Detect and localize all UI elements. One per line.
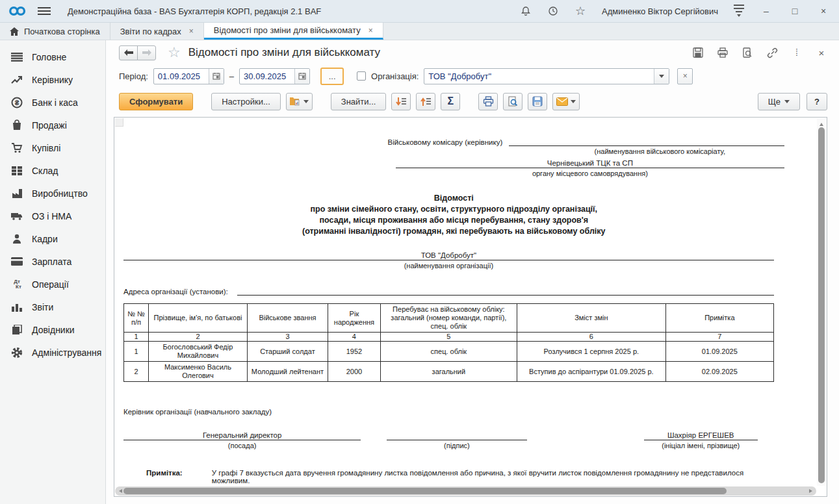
- sidebar-item-label: Виробництво: [32, 188, 88, 199]
- person-icon: [10, 233, 23, 246]
- sort-descending-button[interactable]: [391, 93, 411, 110]
- sidebar-item-label: Продажі: [32, 120, 67, 131]
- generate-button[interactable]: Сформувати: [119, 93, 193, 110]
- home-icon: [10, 27, 19, 36]
- sum-button[interactable]: Σ: [441, 93, 460, 110]
- sidebar-item-hr[interactable]: Кадри: [0, 227, 105, 250]
- tab-home[interactable]: Початкова сторінка: [0, 23, 110, 40]
- tab-close-icon[interactable]: ×: [189, 27, 194, 36]
- signature-name: Шахріяр ЕРГЕШЕВ: [644, 431, 758, 440]
- spreadsheet-corner-cell[interactable]: [115, 118, 123, 127]
- period-to-input[interactable]: [240, 69, 294, 84]
- note-block: Примітка: У графі 7 вказується дата вруч…: [123, 469, 774, 485]
- organization-clear-button[interactable]: ×: [677, 68, 693, 84]
- minimize-button[interactable]: –: [760, 6, 773, 16]
- report-document-area[interactable]: Військовому комісару (керівнику) (наймен…: [114, 117, 827, 497]
- sidebar-item-bank-cash[interactable]: ₴ Банк і каса: [0, 91, 105, 114]
- organization-caption: (найменування організації): [123, 262, 774, 270]
- sidebar-item-label: Купівлі: [32, 143, 60, 153]
- period-choice-button[interactable]: ...: [320, 68, 344, 85]
- sidebar-item-directories[interactable]: Довідники: [0, 318, 105, 341]
- organization-field: [424, 68, 669, 84]
- grid-icon: [10, 164, 23, 177]
- horizontal-scroll-thumb[interactable]: [123, 488, 727, 494]
- main-menu-icon[interactable]: [38, 5, 51, 17]
- period-from-field: [153, 68, 224, 84]
- vertical-scroll-thumb[interactable]: [818, 127, 825, 483]
- organization-label: Організація:: [371, 71, 419, 81]
- hryvnia-coin-icon: ₴: [10, 96, 23, 109]
- sidebar-item-manager[interactable]: Керівнику: [0, 68, 105, 91]
- sidebar-item-production[interactable]: Виробництво: [0, 182, 105, 205]
- close-report-icon[interactable]: ×: [816, 47, 827, 58]
- sidebar-item-purchases[interactable]: Купівлі: [0, 136, 105, 159]
- favorites-star-icon[interactable]: ☆: [574, 5, 586, 17]
- send-email-button[interactable]: [552, 93, 580, 110]
- back-button[interactable]: [119, 45, 138, 60]
- sidebar-item-main[interactable]: Головне: [0, 45, 105, 68]
- sidebar: Головне Керівнику ₴ Банк і каса Продажі …: [0, 40, 106, 504]
- sidebar-item-label: Склад: [32, 166, 58, 176]
- more-actions-icon[interactable]: ⁞: [791, 47, 803, 58]
- tab-military-report[interactable]: Відомості про зміни для військкомату ×: [204, 23, 383, 40]
- tab-hr-reports[interactable]: Звіти по кадрах ×: [110, 23, 204, 40]
- sidebar-item-reports[interactable]: Звіти: [0, 296, 105, 318]
- favorite-report-star-icon[interactable]: ☆: [168, 44, 181, 61]
- sidebar-item-sales[interactable]: Продажі: [0, 114, 105, 136]
- report-title: Відомості про зміни для військкомату: [188, 46, 380, 59]
- table-row: 1 Богословський Федір Михайлович Старший…: [124, 342, 774, 362]
- scroll-up-arrow[interactable]: [820, 121, 823, 126]
- service-menu-icon[interactable]: [734, 4, 744, 19]
- sidebar-item-label: Керівнику: [32, 75, 73, 85]
- save-icon[interactable]: [692, 47, 704, 58]
- period-from-input[interactable]: [154, 69, 209, 84]
- addressee-line: [509, 137, 784, 146]
- help-button[interactable]: ?: [807, 93, 827, 110]
- calendar-icon[interactable]: [294, 69, 309, 84]
- find-button[interactable]: Знайти...: [331, 93, 387, 110]
- print-button[interactable]: [478, 93, 498, 110]
- sidebar-item-operations[interactable]: ДтКт Операції: [0, 273, 105, 296]
- scroll-right-arrow[interactable]: [809, 489, 814, 493]
- content-area: ☆ Відомості про зміни для військкомату ⁞…: [106, 40, 839, 504]
- print-icon[interactable]: [717, 47, 729, 58]
- notifications-bell-icon[interactable]: [520, 5, 532, 17]
- print-preview-button[interactable]: [503, 93, 523, 110]
- scroll-left-arrow[interactable]: [117, 489, 122, 493]
- forward-button[interactable]: [137, 45, 156, 60]
- organization-checkbox[interactable]: [357, 71, 366, 81]
- debit-credit-icon: ДтКт: [10, 278, 23, 291]
- addressee-label: Військовому комісару (керівнику): [388, 138, 503, 146]
- more-button[interactable]: Ще: [758, 93, 800, 110]
- sidebar-item-administration[interactable]: Адміністрування: [0, 341, 105, 364]
- tab-hr-reports-label: Звіти по кадрах: [120, 27, 181, 36]
- sidebar-item-label: ОЗ і НМА: [32, 211, 71, 221]
- sidebar-item-salary[interactable]: Зарплата: [0, 250, 105, 273]
- vertical-scrollbar[interactable]: [817, 118, 826, 486]
- close-window-button[interactable]: ×: [817, 6, 830, 16]
- sidebar-item-warehouse[interactable]: Склад: [0, 159, 105, 182]
- settings-button[interactable]: Настройки...: [211, 93, 281, 110]
- sidebar-item-label: Головне: [32, 52, 66, 62]
- filter-panel: Період: – ... Організація: ×: [106, 65, 839, 87]
- sort-ascending-button[interactable]: [416, 93, 435, 110]
- link-icon[interactable]: [766, 47, 778, 58]
- organization-dropdown-icon[interactable]: [654, 69, 669, 84]
- table-row: 2 Максименко Василь Олегович Молодший ле…: [124, 362, 774, 382]
- history-icon[interactable]: [547, 5, 559, 17]
- address-line: [237, 286, 774, 296]
- sidebar-item-fixed-assets[interactable]: ОЗ і НМА: [0, 205, 105, 227]
- calendar-icon[interactable]: [209, 69, 224, 84]
- tab-home-label: Початкова сторінка: [24, 27, 100, 36]
- horizontal-scrollbar[interactable]: [115, 486, 816, 496]
- organization-input[interactable]: [424, 69, 654, 84]
- current-user[interactable]: Админенко Віктор Сергійович: [602, 6, 718, 16]
- report-variants-button[interactable]: [286, 93, 313, 110]
- changes-table: № № п/п Прізвище, ім'я, по батькові Війс…: [123, 303, 774, 382]
- maximize-button[interactable]: □: [788, 6, 801, 16]
- shopping-bag-icon: [10, 119, 23, 132]
- truck-icon: [10, 210, 23, 223]
- preview-icon[interactable]: [742, 47, 753, 58]
- save-file-button[interactable]: [528, 93, 547, 110]
- tab-close-icon[interactable]: ×: [368, 26, 373, 35]
